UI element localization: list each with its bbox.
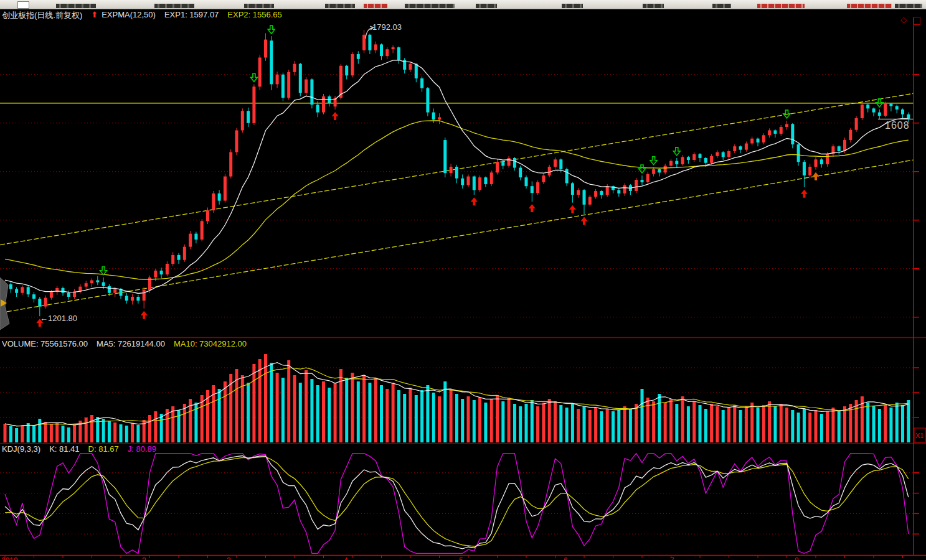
volume-bars-layer [4, 354, 910, 442]
x-axis-label: 6 [564, 556, 568, 560]
volume-unit-box [914, 428, 925, 442]
buy-signal-arrow-icon [471, 197, 478, 205]
buy-signal-arrow-icon [569, 205, 576, 213]
buy-signal-arrow-icon [801, 190, 808, 198]
x-axis-label: 3 [227, 556, 231, 560]
trading-terminal-window: 创业板指(日线.前复权) ⬆ EXPMA(12,50) EXP1: 1597.0… [0, 0, 926, 560]
buy-signal-arrow-icon [141, 311, 148, 319]
sell-signal-arrow-icon [673, 147, 680, 156]
candles-layer [4, 30, 910, 316]
buy-signal-arrow-icon [529, 204, 536, 212]
x-axis-label: 4 [344, 556, 348, 560]
sell-signal-arrow-icon [650, 157, 657, 165]
kdj-d-line [5, 457, 909, 546]
kdj-k-line [5, 456, 909, 549]
left-edge-artifacts [0, 278, 9, 330]
kdj-j-line [5, 454, 909, 554]
buy-signal-arrow-icon [581, 217, 588, 225]
signal-arrows-layer [36, 26, 883, 327]
x-axis-label: 5 [459, 556, 463, 560]
buy-signal-arrow-icon [813, 172, 820, 180]
chart-canvas[interactable] [0, 0, 926, 560]
sell-signal-arrow-icon [268, 26, 275, 34]
x-axis-label: 2019年 [1, 556, 18, 560]
x-axis-label: 2 [142, 556, 146, 560]
x-axis-label: 8 [795, 556, 799, 560]
kdj-lines-layer [5, 454, 909, 554]
sell-signal-arrow-icon [250, 73, 257, 82]
axes-layer [0, 17, 926, 558]
buy-signal-arrow-icon [36, 319, 43, 327]
x-axis-label: 7 [670, 556, 674, 560]
sell-signal-arrow-icon [100, 267, 107, 275]
buy-signal-arrow-icon [332, 112, 339, 120]
